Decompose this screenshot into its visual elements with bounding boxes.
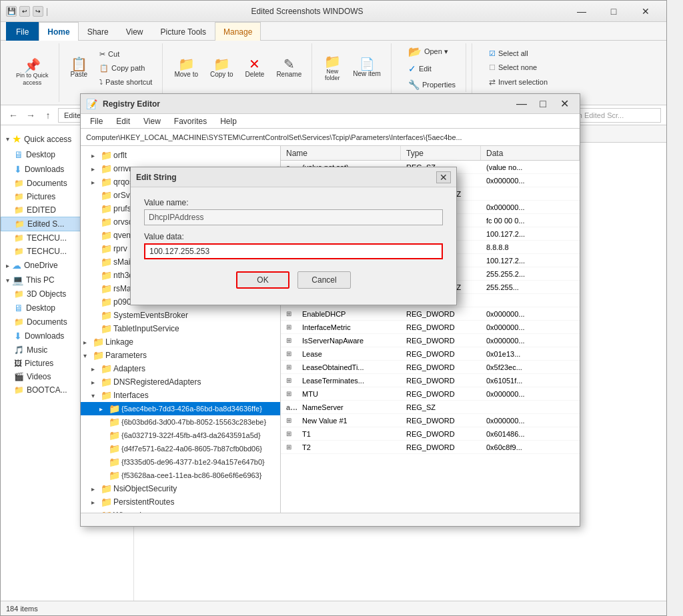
pin-to-quick-access-button[interactable]: 📌 Pin to Quickaccess bbox=[11, 55, 53, 90]
value-name-section: Value name: bbox=[144, 198, 443, 225]
new-item-button[interactable]: 📄 New item bbox=[348, 55, 386, 81]
reg-val-row-20[interactable]: ⊞ T1 REG_DWORD 0x601486... bbox=[281, 427, 580, 441]
tree-label-d4f7: {d4f7e571-6a22-4a06-8605-7b87cfb0bd06} bbox=[121, 445, 262, 453]
registry-close-button[interactable]: ✕ bbox=[554, 97, 574, 111]
registry-menu-favorites[interactable]: Favorites bbox=[167, 114, 213, 129]
tree-item-linkage[interactable]: ▸ 📁 Linkage bbox=[81, 335, 280, 349]
reg-val-row-13[interactable]: ⊞ IsServerNapAware REG_DWORD 0x000000... bbox=[281, 334, 580, 347]
maximize-button[interactable]: □ bbox=[598, 5, 629, 18]
reg-val-row-12[interactable]: ⊞ InterfaceMetric REG_DWORD 0x000000... bbox=[281, 321, 580, 334]
sidebar-techcu1-label: TECHCU... bbox=[27, 233, 67, 243]
rename-button[interactable]: ✎ Rename bbox=[271, 54, 306, 81]
close-button[interactable]: ✕ bbox=[630, 5, 661, 18]
tree-item-parameters[interactable]: ▾ 📁 Parameters bbox=[81, 349, 280, 362]
new-folder-button[interactable]: 📁 Newfolder bbox=[319, 51, 346, 85]
registry-menu-file[interactable]: File bbox=[83, 114, 109, 129]
dialog-close-button[interactable]: ✕ bbox=[436, 171, 451, 183]
registry-title-text: Registry Editor bbox=[103, 99, 506, 109]
tree-item-orflt[interactable]: ▸ 📁 orflt bbox=[81, 149, 280, 162]
move-to-button[interactable]: 📁 Move to bbox=[169, 54, 203, 81]
quick-access-toolbar-undo[interactable]: ↩ bbox=[19, 6, 30, 17]
reg-val-row-21[interactable]: ⊞ T2 REG_DWORD 0x60c8f9... bbox=[281, 441, 580, 454]
select-all-button[interactable]: ☑ Select all bbox=[484, 47, 552, 60]
tab-manage[interactable]: Manage bbox=[215, 22, 261, 41]
col-type-header[interactable]: Type bbox=[401, 146, 481, 160]
registry-menu-help[interactable]: Help bbox=[213, 114, 243, 129]
tree-item-d4f7[interactable]: 📁 {d4f7e571-6a22-4a06-8605-7b87cfb0bd06} bbox=[81, 442, 280, 455]
tree-item-f333[interactable]: 📁 {f3335d05-de96-4377-b1e2-94a157e647b0} bbox=[81, 455, 280, 469]
reg-val-type-17: REG_DWORD bbox=[401, 390, 481, 398]
tree-item-nsiobj[interactable]: ▸ 📁 NsiObjectSecurity bbox=[81, 482, 280, 495]
tree-item-sysevents[interactable]: 📁 SystemEventsBroker bbox=[81, 309, 280, 322]
tab-file[interactable]: File bbox=[6, 22, 39, 41]
tree-label-parameters: Parameters bbox=[105, 351, 147, 360]
tree-item-6b03[interactable]: 📁 {6b03bd6d-3d00-47bb-8052-15563c283ebe} bbox=[81, 415, 280, 429]
reg-folder-icon-rsmain: 📁 bbox=[101, 283, 112, 294]
invert-selection-button[interactable]: ⇄ Invert selection bbox=[484, 75, 552, 89]
value-name-input[interactable] bbox=[144, 209, 443, 225]
tab-picture-tools[interactable]: Picture Tools bbox=[152, 22, 215, 41]
reg-val-row-15[interactable]: ⊞ LeaseObtainedTi... REG_DWORD 0x5f23ec.… bbox=[281, 361, 580, 374]
minimize-button[interactable]: — bbox=[566, 5, 597, 18]
reg-val-row-18[interactable]: ab NameServer REG_SZ bbox=[281, 401, 580, 414]
reg-val-row-19[interactable]: ⊞ New Value #1 REG_DWORD 0x000000... bbox=[281, 414, 580, 427]
reg-val-row-11[interactable]: ⊞ EnableDHCP REG_DWORD 0x000000... bbox=[281, 307, 580, 321]
paste-button[interactable]: 📋 Paste bbox=[66, 54, 93, 81]
cancel-button[interactable]: Cancel bbox=[297, 271, 351, 289]
cut-button[interactable]: ✂ Cut bbox=[95, 48, 157, 61]
quick-access-toolbar-save[interactable]: 💾 bbox=[6, 6, 17, 17]
tree-item-persistent[interactable]: ▸ 📁 PersistentRoutes bbox=[81, 495, 280, 509]
quick-access-toolbar-redo[interactable]: ↪ bbox=[33, 6, 43, 17]
back-button[interactable]: ← bbox=[6, 108, 21, 123]
paste-shortcut-button[interactable]: ⤵ Paste shortcut bbox=[95, 76, 157, 88]
reg-val-row-17[interactable]: ⊞ MTU REG_DWORD 0x000000... bbox=[281, 387, 580, 401]
delete-button[interactable]: ✕ Delete bbox=[240, 54, 269, 81]
new-btns: 📁 Newfolder 📄 New item bbox=[319, 43, 386, 92]
tree-expand-dnsreg: ▸ bbox=[91, 379, 99, 386]
select-none-button[interactable]: ☐ Select none bbox=[484, 61, 552, 74]
registry-menu-view[interactable]: View bbox=[137, 114, 167, 129]
open-button[interactable]: 📂 Open ▾ bbox=[404, 43, 460, 60]
tree-item-f536[interactable]: 📁 {f53628aa-cee1-11ea-bc86-806e6f6e6963} bbox=[81, 469, 280, 482]
music-icon: 🎵 bbox=[14, 345, 24, 355]
col-name-header[interactable]: Name bbox=[281, 146, 401, 160]
sidebar-pictures2-label: Pictures bbox=[25, 359, 53, 368]
properties-label: Properties bbox=[422, 81, 456, 89]
registry-address-bar[interactable]: Computer\HKEY_LOCAL_MACHINE\SYSTEM\Curre… bbox=[81, 129, 580, 146]
up-button[interactable]: ↑ bbox=[41, 108, 55, 123]
col-data-header[interactable]: Data bbox=[481, 146, 580, 160]
copy-path-button[interactable]: 📋 Copy path bbox=[95, 62, 157, 75]
forward-button[interactable]: → bbox=[23, 108, 38, 123]
reg-val-row-14[interactable]: ⊞ Lease REG_DWORD 0x01e13... bbox=[281, 347, 580, 361]
pin-icon: 📌 bbox=[24, 59, 41, 72]
tree-item-adapters[interactable]: ▸ 📁 Adapters bbox=[81, 362, 280, 375]
registry-minimize-button[interactable]: — bbox=[512, 97, 532, 111]
copy-to-button[interactable]: 📁 Copy to bbox=[205, 54, 237, 81]
tree-item-dnsreg[interactable]: ▸ 📁 DNSRegisteredAdapters bbox=[81, 375, 280, 389]
edit-button[interactable]: ✓ Edit bbox=[404, 61, 460, 76]
tree-item-5aec[interactable]: ▸ 📁 {5aec4beb-7dd3-426a-86bd-ba8d34636ff… bbox=[81, 402, 280, 415]
value-data-input[interactable] bbox=[144, 243, 443, 259]
ok-button[interactable]: OK bbox=[236, 271, 289, 289]
tab-view[interactable]: View bbox=[117, 22, 152, 41]
reg-folder-icon-nsiobj: 📁 bbox=[101, 483, 112, 494]
registry-maximize-button[interactable]: □ bbox=[533, 97, 553, 111]
reg-val-type-15: REG_DWORD bbox=[401, 363, 481, 371]
reg-val-icon-17: ⊞ bbox=[281, 390, 297, 397]
reg-val-name-14: Lease bbox=[297, 350, 401, 358]
techcu1-folder-icon: 📁 bbox=[14, 233, 24, 243]
tree-item-interfaces[interactable]: ▾ 📁 Interfaces bbox=[81, 389, 280, 402]
reg-folder-icon-tablet: 📁 bbox=[101, 323, 112, 334]
documents-folder-icon: 📁 bbox=[14, 179, 24, 188]
tab-home[interactable]: Home bbox=[39, 22, 78, 41]
sidebar-videos-label: Videos bbox=[27, 372, 51, 381]
reg-val-row-16[interactable]: ⊞ LeaseTerminates... REG_DWORD 0x61051f.… bbox=[281, 374, 580, 387]
tree-item-tablet[interactable]: 📁 TabletInputService bbox=[81, 322, 280, 335]
reg-val-data-17: 0x000000... bbox=[481, 390, 580, 398]
reg-val-data-20: 0x601486... bbox=[481, 430, 580, 438]
reg-folder-icon-prufs: 📁 bbox=[101, 203, 112, 214]
registry-menu-edit[interactable]: Edit bbox=[109, 114, 137, 129]
tab-share[interactable]: Share bbox=[79, 22, 117, 41]
tree-item-6a03[interactable]: 📁 {6a032719-322f-45fb-a4f3-da2643591a5d} bbox=[81, 429, 280, 442]
properties-button[interactable]: 🔧 Properties bbox=[404, 77, 460, 92]
